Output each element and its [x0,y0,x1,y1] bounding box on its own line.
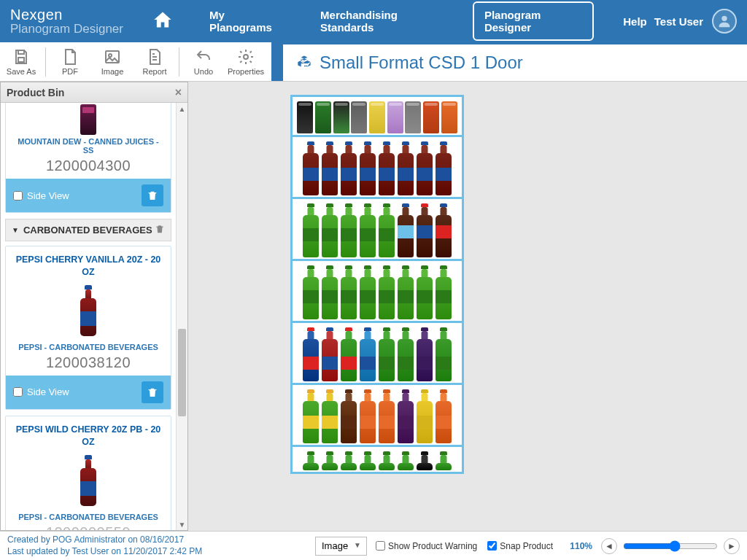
zoom-out-button[interactable]: ◄ [601,538,617,554]
facing[interactable] [397,141,414,195]
facing[interactable] [302,451,320,470]
facing[interactable] [302,265,320,319]
home-icon[interactable] [152,9,173,33]
panel-header[interactable]: Product Bin × [1,82,187,103]
facing[interactable] [435,141,452,195]
facing[interactable] [340,327,357,381]
scroll-down-icon[interactable]: ▼ [177,518,187,530]
report-button[interactable]: Report [133,42,176,82]
shelf[interactable] [293,199,462,261]
facing[interactable] [387,101,403,133]
facing[interactable] [321,327,338,381]
side-view-checkbox[interactable]: Side View [13,386,69,397]
facing[interactable] [340,389,357,443]
facing[interactable] [302,327,320,381]
facing[interactable] [378,265,395,319]
properties-button[interactable]: Properties [225,42,267,82]
facing[interactable] [397,265,414,319]
facing[interactable] [416,141,433,195]
shelf[interactable] [293,97,462,137]
facing[interactable] [321,451,338,470]
facing[interactable] [297,101,314,133]
nav-help[interactable]: Help [616,11,654,32]
facing[interactable] [359,451,376,470]
facing[interactable] [321,389,338,443]
facing[interactable] [397,389,414,443]
facing[interactable] [397,327,414,381]
nav-merch-standards[interactable]: Merchandising Standards [313,4,451,38]
delete-button[interactable] [142,381,163,403]
shelf[interactable] [293,447,462,472]
facing[interactable] [416,451,433,470]
facing[interactable] [378,203,395,257]
facing[interactable] [302,389,320,443]
facing[interactable] [340,203,357,257]
facing[interactable] [359,327,376,381]
side-view-checkbox[interactable]: Side View [13,190,69,201]
delete-button[interactable] [142,184,163,206]
nav-planogram-designer[interactable]: Planogram Designer [473,1,594,41]
facing[interactable] [321,203,338,257]
save-as-button[interactable]: Save As [0,42,42,82]
view-mode-select[interactable]: Image [315,537,367,556]
show-warning-checkbox[interactable]: Show Product Warning [376,541,477,551]
facing[interactable] [359,203,376,257]
facing[interactable] [359,265,376,319]
facing[interactable] [321,141,338,195]
snap-product-checkbox[interactable]: Snap Product [487,541,553,551]
scrollbar[interactable]: ▲ ▼ [176,103,187,530]
snap-product-input[interactable] [487,541,497,551]
facing[interactable] [378,141,395,195]
facing[interactable] [315,101,332,133]
zoom-slider[interactable] [623,540,718,552]
product-card[interactable]: MOUNTAIN DEW - CANNED JUICES - SS1200004… [5,103,171,213]
facing[interactable] [359,389,376,443]
scroll-up-icon[interactable]: ▲ [177,103,187,114]
close-icon[interactable]: × [175,86,182,99]
facing[interactable] [321,265,338,319]
shelf[interactable] [293,323,462,385]
product-card[interactable]: PEPSI WILD CHERRY 20Z PB - 20 OZPEPSI - … [5,416,171,530]
nav-my-planograms[interactable]: My Planograms [202,4,291,38]
pdf-button[interactable]: PDF [49,42,91,82]
facing[interactable] [340,265,357,319]
facing[interactable] [333,101,349,133]
shelf[interactable] [293,385,462,447]
category-header[interactable]: ▼CARBONATED BEVERAGES [5,219,171,241]
facing[interactable] [351,101,368,133]
show-warning-input[interactable] [376,541,385,551]
facing[interactable] [302,141,320,195]
facing[interactable] [397,451,414,470]
facing[interactable] [340,451,357,470]
facing[interactable] [369,101,386,133]
shelf[interactable] [293,137,462,199]
facing[interactable] [302,203,320,257]
facing[interactable] [405,101,422,133]
facing[interactable] [340,141,357,195]
facing[interactable] [378,451,395,470]
facing[interactable] [359,141,376,195]
facing[interactable] [435,327,452,381]
facing[interactable] [416,265,433,319]
image-button[interactable]: Image [91,42,133,82]
facing[interactable] [435,203,452,257]
planogram-fixture[interactable] [290,95,464,474]
facing[interactable] [441,101,457,133]
facing[interactable] [423,101,440,133]
canvas[interactable] [188,82,747,531]
delete-category-icon[interactable] [155,224,165,236]
undo-button[interactable]: Undo [182,42,225,82]
product-card[interactable]: PEPSI CHERRY VANILLA 20Z - 20 OZPEPSI - … [5,246,171,410]
facing[interactable] [397,203,414,257]
scroll-thumb[interactable] [178,329,186,416]
facing[interactable] [378,327,395,381]
facing[interactable] [435,451,452,470]
facing[interactable] [416,327,433,381]
user-avatar-icon[interactable] [712,9,737,34]
facing[interactable] [378,389,395,443]
facing[interactable] [435,265,452,319]
shelf[interactable] [293,261,462,323]
facing[interactable] [416,389,433,443]
facing[interactable] [435,389,452,443]
facing[interactable] [416,203,433,257]
